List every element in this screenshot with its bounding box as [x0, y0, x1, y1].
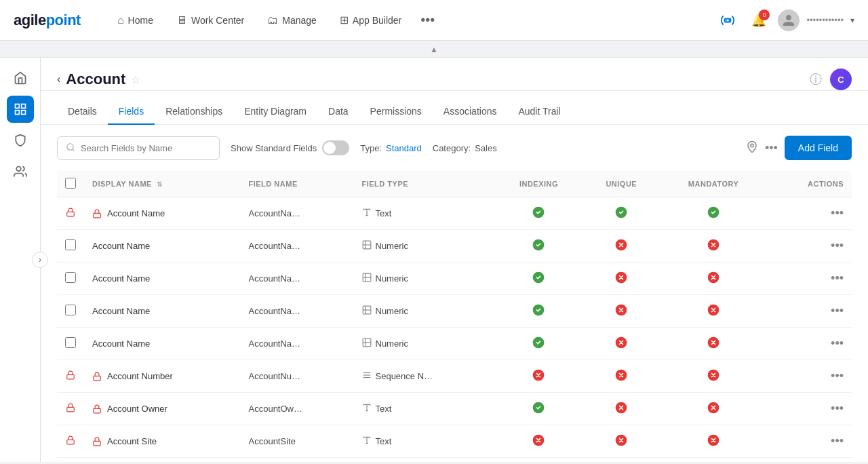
- unique-status-icon: [614, 439, 628, 449]
- breadcrumb: ‹ Account ☆: [57, 71, 140, 88]
- lock-icon: [66, 370, 75, 380]
- row-indexing: [494, 263, 583, 295]
- row-field-type: Numeric: [354, 328, 494, 360]
- row-field-type: Numeric: [354, 263, 494, 295]
- tab-details[interactable]: Details: [57, 99, 108, 125]
- row-field-name: AccountNa…: [241, 230, 354, 263]
- location-icon[interactable]: [746, 140, 758, 156]
- row-field-type: Numeric: [354, 230, 494, 263]
- svg-point-8: [751, 144, 754, 147]
- page-header: ‹ Account ☆ ⓘ C: [41, 58, 868, 91]
- row-field-type: Text: [354, 393, 494, 425]
- row-actions[interactable]: •••: [768, 295, 852, 328]
- display-name-text: Account Name: [92, 273, 150, 284]
- row-checkbox[interactable]: [65, 272, 76, 283]
- mandatory-status-icon: [707, 211, 720, 221]
- display-name-text: Account Name: [107, 208, 165, 218]
- integrations-icon-btn[interactable]: [715, 8, 740, 33]
- row-field-name: AccountNa…: [241, 263, 354, 295]
- category-section: Category: Sales: [433, 143, 497, 153]
- sidebar-item-users[interactable]: [7, 158, 34, 185]
- svg-point-5: [16, 167, 21, 172]
- nav-appbuilder[interactable]: ⊞ App Builder: [330, 8, 411, 32]
- tab-relationships[interactable]: Relationships: [155, 99, 233, 125]
- row-actions[interactable]: •••: [768, 230, 852, 263]
- field-type-text: Numeric: [376, 339, 408, 349]
- monitor-icon: 🖥: [176, 14, 187, 26]
- select-all-checkbox[interactable]: [65, 178, 76, 189]
- indexing-status-icon: [532, 374, 545, 384]
- user-avatar[interactable]: [778, 9, 800, 31]
- tab-permissions[interactable]: Permissions: [359, 99, 433, 125]
- display-name-text: Account Name: [92, 241, 150, 251]
- favorite-icon[interactable]: ☆: [131, 73, 140, 86]
- info-icon[interactable]: ⓘ: [810, 71, 822, 88]
- row-display-name: Account Name: [84, 295, 241, 328]
- tab-fields[interactable]: Fields: [108, 99, 155, 125]
- row-checkbox[interactable]: [65, 337, 76, 348]
- display-name-text: Account Site: [107, 436, 157, 446]
- row-actions[interactable]: •••: [768, 360, 852, 393]
- sidebar-item-home[interactable]: [7, 64, 34, 92]
- row-checkbox[interactable]: [65, 305, 76, 315]
- unique-status-icon: [614, 309, 628, 319]
- table-row: Account Site AccountSite Text •••: [57, 425, 852, 458]
- row-indexing: [494, 230, 583, 263]
- type-value[interactable]: Standard: [386, 143, 422, 153]
- row-actions[interactable]: •••: [768, 393, 852, 425]
- row-unique: [583, 230, 660, 263]
- row-checkbox-cell: [57, 230, 84, 263]
- row-mandatory: [660, 328, 768, 360]
- unique-status-icon: [614, 244, 628, 254]
- row-mandatory: [660, 263, 768, 295]
- lock-icon: [66, 208, 75, 217]
- row-mandatory: [660, 360, 768, 393]
- row-actions[interactable]: •••: [768, 328, 852, 360]
- back-button[interactable]: ‹: [57, 73, 60, 85]
- row-actions[interactable]: •••: [768, 263, 852, 295]
- nav-home[interactable]: ⌂ Home: [108, 9, 163, 32]
- tab-audit-trail[interactable]: Audit Trail: [507, 99, 571, 125]
- nav-manage[interactable]: 🗂 Manage: [258, 9, 326, 32]
- collapse-bar[interactable]: ▲: [0, 41, 868, 58]
- notifications-btn[interactable]: 🔔 0: [747, 8, 771, 33]
- tab-data[interactable]: Data: [317, 99, 359, 125]
- row-checkbox[interactable]: [65, 239, 76, 250]
- sidebar-item-security[interactable]: [7, 127, 34, 154]
- mandatory-status-icon: [707, 439, 720, 449]
- field-type-text: Text: [376, 436, 392, 446]
- row-actions[interactable]: •••: [768, 425, 852, 458]
- sort-icon[interactable]: ⇅: [157, 180, 163, 188]
- field-type-text: Text: [376, 208, 392, 218]
- more-options-icon[interactable]: •••: [765, 141, 778, 155]
- page-title: Account: [66, 71, 125, 88]
- row-checkbox-cell: [57, 328, 84, 360]
- display-name-text: Account Number: [107, 371, 173, 381]
- search-input[interactable]: [81, 143, 211, 153]
- header-actions: ⓘ C: [810, 69, 852, 90]
- table-row: Account Name AccountNa… Numeric •••: [57, 263, 852, 295]
- tab-entity-diagram[interactable]: Entity Diagram: [233, 99, 317, 125]
- toolbar-actions: ••• Add Field: [746, 136, 852, 160]
- field-type-icon: [362, 273, 372, 284]
- sidebar-item-entity[interactable]: [7, 96, 34, 123]
- nav-more-btn[interactable]: •••: [415, 7, 440, 33]
- user-chevron-icon[interactable]: ▾: [850, 16, 854, 25]
- row-unique: [583, 425, 660, 458]
- indexing-status-icon: [532, 309, 545, 319]
- category-value[interactable]: Sales: [475, 143, 497, 153]
- field-type-icon: [362, 403, 372, 414]
- svg-rect-4: [15, 111, 19, 115]
- home-icon: ⌂: [117, 14, 124, 26]
- sidebar-expand-btn[interactable]: ›: [32, 252, 48, 268]
- add-field-button[interactable]: Add Field: [785, 136, 852, 160]
- row-actions[interactable]: •••: [768, 197, 852, 230]
- tab-associations[interactable]: Associations: [433, 99, 508, 125]
- svg-point-6: [67, 143, 73, 149]
- row-checkbox-cell: [57, 360, 84, 393]
- nav-workcenter[interactable]: 🖥 Work Center: [167, 9, 254, 32]
- svg-rect-1: [15, 104, 19, 109]
- lock-icon: [66, 403, 75, 412]
- show-standard-fields-toggle-label: Show Standard Fields: [231, 140, 349, 155]
- show-standard-fields-toggle[interactable]: [322, 140, 349, 155]
